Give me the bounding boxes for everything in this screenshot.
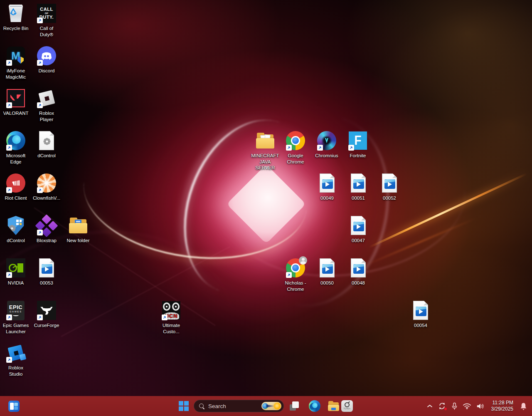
task-view-icon	[290, 401, 299, 411]
icon-label: VALORANT	[3, 110, 28, 116]
icon-label: MINECRAFT JAVA SERVER	[249, 153, 281, 171]
sun-icon	[274, 403, 281, 409]
desktop-icon-ultimate-custom-night[interactable]: UCN Ultimate Custo...	[155, 300, 187, 334]
icon-label: 00047	[352, 238, 365, 244]
icon-label: Chromnius	[315, 153, 338, 159]
notifications-button[interactable]	[517, 399, 532, 414]
search-icon	[199, 404, 204, 409]
microphone-icon	[451, 402, 458, 410]
recycle-bin-icon	[6, 3, 26, 23]
wifi-tray-button[interactable]	[460, 399, 474, 414]
desktop-icon-bloxstrap[interactable]: Bloxstrap	[31, 215, 62, 244]
search-placeholder: Search	[208, 403, 261, 409]
system-tray: 11:28 PM 3/29/2025	[424, 396, 532, 416]
icon-label: dControl	[37, 153, 55, 159]
clownfish-icon	[37, 173, 57, 193]
shortcut-arrow-icon	[348, 145, 354, 151]
chevron-up-icon	[427, 404, 433, 408]
dcontrol-shield-icon	[6, 215, 26, 235]
start-button[interactable]	[176, 399, 192, 414]
desktop-icon-dcontrol-doc[interactable]: dControl	[31, 131, 62, 159]
desktop-icon-call-of-duty[interactable]: CALLOFDUTY. Call of Duty®	[31, 3, 62, 37]
tcno-app-icon: TCNO+	[341, 400, 353, 412]
desktop[interactable]: Recycle Bin M iMyFone MagicMic VALORANT …	[0, 0, 532, 416]
volume-tray-button[interactable]	[474, 399, 487, 414]
clock[interactable]: 11:28 PM 3/29/2025	[489, 399, 516, 414]
icon-label: 00050	[320, 280, 334, 286]
desktop-icon-new-folder[interactable]: New folder	[62, 215, 94, 244]
desktop-icon-microsoft-edge[interactable]: Microsoft Edge	[0, 131, 32, 165]
wallpaper	[0, 0, 532, 416]
desktop-icon-00049[interactable]: 00049	[311, 173, 343, 201]
desktop-icon-chromnius[interactable]: Chromnius	[311, 131, 342, 159]
desktop-icon-curseforge[interactable]: CurseForge	[31, 300, 62, 329]
icon-label: Fortnite	[350, 153, 366, 159]
notification-bell-icon	[520, 402, 527, 410]
desktop-icon-00052[interactable]: 00052	[374, 173, 405, 201]
edge-icon	[309, 400, 320, 412]
desktop-icon-00050[interactable]: 00050	[311, 258, 343, 286]
shortcut-arrow-icon	[6, 145, 12, 151]
bloxstrap-icon	[37, 215, 57, 235]
update-restart-icon	[438, 402, 446, 410]
icon-label: Recycle Bin	[3, 25, 29, 32]
search-box[interactable]: Search	[194, 400, 284, 412]
desktop-icon-roblox-player[interactable]: Roblox Player	[31, 88, 62, 122]
fortnite-icon: F	[348, 131, 368, 151]
video-file-icon	[348, 173, 368, 193]
desktop-icon-epic-games[interactable]: EPICGAMES Epic Games Launcher	[0, 300, 32, 334]
update-pending-button[interactable]	[435, 399, 449, 414]
microphone-tray-button[interactable]	[449, 399, 460, 414]
icon-label: NVIDIA	[8, 280, 24, 286]
desktop-icon-discord[interactable]: Discord	[31, 46, 62, 74]
search-highlight-image[interactable]	[261, 402, 281, 410]
windows-logo-icon	[179, 401, 189, 411]
desktop-icon-clownfish[interactable]: ClownfishV...	[31, 173, 62, 201]
desktop-icon-00047[interactable]: 00047	[342, 215, 374, 244]
update-alert-dot	[444, 407, 447, 411]
desktop-icon-minecraft-java-server[interactable]: MINECRAFT JAVA SERVER	[249, 131, 281, 171]
shortcut-arrow-icon	[37, 60, 43, 66]
shortcut-arrow-icon	[37, 102, 43, 108]
desktop-icon-00051[interactable]: 00051	[342, 173, 374, 201]
icon-label: Bloxstrap	[37, 238, 57, 244]
desktop-icon-valorant[interactable]: VALORANT	[0, 88, 32, 116]
curseforge-icon	[37, 300, 57, 320]
widgets-button[interactable]	[6, 399, 22, 414]
icon-label: 00053	[40, 280, 53, 286]
shortcut-arrow-icon	[6, 60, 12, 66]
tray-overflow-button[interactable]	[424, 399, 435, 414]
icon-label: Riot Client	[5, 195, 27, 201]
taskbar-edge-button[interactable]	[307, 399, 323, 414]
desktop-icon-nicholas-chrome[interactable]: Nicholas - Chrome	[280, 258, 311, 292]
tcno-app-button[interactable]: TCNO+	[339, 399, 355, 414]
icon-label: Roblox Player	[39, 110, 54, 122]
desktop-icon-fortnite[interactable]: F Fortnite	[342, 131, 374, 159]
icon-label: Microsoft Edge	[6, 153, 26, 165]
icon-label: dControl	[7, 238, 25, 244]
folder-icon	[255, 131, 275, 151]
desktop-icon-roblox-studio[interactable]: Roblox Studio	[0, 343, 32, 377]
tray-time: 11:28 PM	[493, 400, 513, 406]
shortcut-arrow-icon	[37, 230, 43, 235]
desktop-icon-dcontrol-shield[interactable]: dControl	[0, 215, 32, 244]
desktop-icon-imyfone-magicmic[interactable]: M iMyFone MagicMic	[0, 46, 32, 80]
nvidia-icon	[6, 258, 26, 278]
desktop-icon-00048[interactable]: 00048	[342, 258, 374, 286]
desktop-icon-google-chrome[interactable]: Google Chrome	[280, 131, 311, 165]
task-view-button[interactable]	[286, 399, 302, 414]
video-file-icon	[348, 258, 368, 278]
icon-label: Call of Duty®	[40, 25, 54, 37]
desktop-icon-recycle-bin[interactable]: Recycle Bin	[0, 3, 32, 32]
desktop-icon-nvidia[interactable]: NVIDIA	[0, 258, 32, 286]
chrome-icon	[286, 131, 305, 151]
desktop-icon-riot-client[interactable]: Riot Client	[0, 173, 32, 201]
desktop-icon-00053[interactable]: 00053	[31, 258, 62, 286]
desktop-icon-00054[interactable]: 00054	[405, 300, 436, 329]
video-file-icon	[317, 173, 337, 193]
shortcut-arrow-icon	[317, 145, 323, 151]
folder-icon	[68, 215, 88, 235]
edge-icon	[6, 131, 26, 151]
video-file-icon	[37, 258, 57, 278]
speaker-icon	[476, 403, 485, 410]
